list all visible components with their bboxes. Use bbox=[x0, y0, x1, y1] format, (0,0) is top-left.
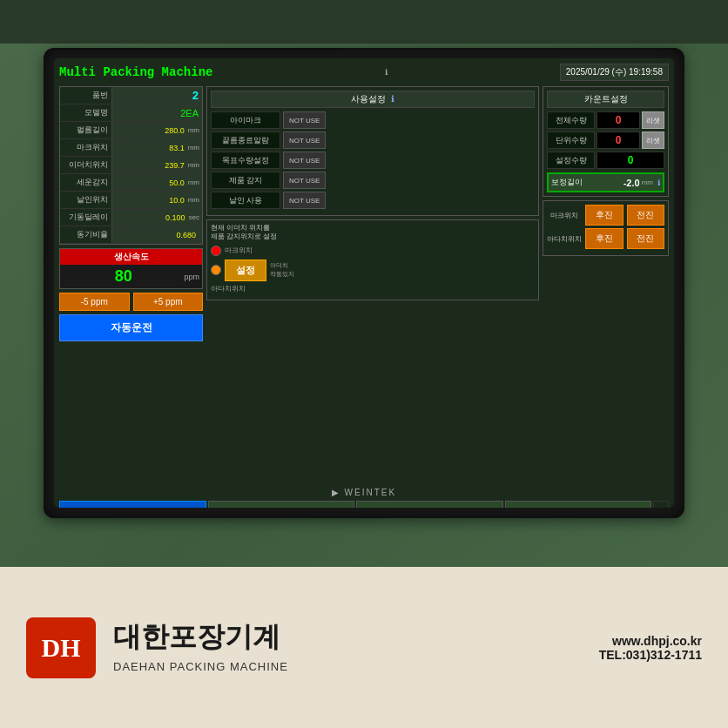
speed-label: 생산속도 bbox=[60, 249, 202, 265]
count-settings-title: 카운트설정 bbox=[547, 91, 664, 108]
model-label: 모델명 bbox=[60, 104, 112, 121]
brand-tel: TEL:031)312-1711 bbox=[599, 648, 702, 662]
unit-count-value: 0 bbox=[597, 131, 640, 149]
screen: Multi Packing Machine ℹ 2025/01/29 (수) 1… bbox=[54, 58, 674, 508]
total-count-reset-btn[interactable]: 리셋 bbox=[642, 111, 664, 129]
user-settings-title: 사용설정 ℹ bbox=[211, 91, 535, 108]
brand-text: 대한포장기계 DAEHAN PACKING MACHINE bbox=[113, 618, 582, 677]
middle-panel: 사용설정 ℹ 아이마크 NOT USE 끝름종료알람 NOT USE bbox=[206, 86, 539, 497]
correction-row: 보정길이 -2.0 mm ℹ bbox=[547, 172, 664, 192]
speed-value: 80 bbox=[63, 267, 184, 286]
film-length-row: 펄름길이 280.0 mm bbox=[60, 122, 202, 139]
target-qty-value[interactable]: NOT USE bbox=[283, 152, 326, 169]
sync-row: 동기비율 0.680 bbox=[60, 226, 202, 244]
plus-ppm-button[interactable]: +5 ppm bbox=[133, 293, 204, 311]
brand-korean: 대한포장기계 bbox=[113, 618, 582, 657]
control-info-text: 현재 이더치 위치를제품 감지위치로 설정 bbox=[211, 224, 535, 242]
product-num-label: 품번 bbox=[60, 87, 112, 104]
dh-logo: D H bbox=[26, 617, 96, 678]
product-num-row: 품번 2 bbox=[60, 87, 202, 104]
sync-value: 0.680 bbox=[112, 231, 199, 239]
mark-pos-row: 마크위치 83.1 mm bbox=[60, 139, 202, 157]
addr-back-button[interactable]: 후진 bbox=[585, 228, 624, 249]
tab-system[interactable]: 시스템 bbox=[356, 501, 503, 508]
addr-forward-button[interactable]: 전진 bbox=[627, 228, 665, 249]
logo-h: H bbox=[60, 633, 80, 663]
product-detect-value[interactable]: NOT USE bbox=[283, 172, 326, 189]
mark-sensor-label: 아더치작동있지 bbox=[270, 261, 294, 279]
setting-count-row: 설정수량 0 bbox=[547, 152, 664, 169]
brand-section: D H 대한포장기계 DAEHAN PACKING MACHINE www.dh… bbox=[0, 617, 728, 678]
speed-value-row: 80 ppm bbox=[60, 265, 202, 288]
count-section: 카운트설정 전체수량 0 리셋 단위수량 0 리셋 bbox=[543, 86, 669, 197]
mark-back-button[interactable]: 후진 bbox=[585, 205, 624, 226]
aimark-label: 아이마크 bbox=[211, 111, 280, 129]
setting-aimark: 아이마크 NOT USE bbox=[211, 111, 535, 129]
stamp-use-label: 날인 사용 bbox=[211, 192, 280, 209]
user-settings-section: 사용설정 ℹ 아이마크 NOT USE 끝름종료알람 NOT USE bbox=[206, 86, 539, 216]
ui-datetime: 2025/01/29 (수) 19:19:58 bbox=[560, 64, 669, 81]
setting-count-value: 0 bbox=[597, 152, 664, 169]
machine-panel: Multi Packing Machine ℹ 2025/01/29 (수) 1… bbox=[0, 0, 728, 728]
address-label-row: 아다치위치 bbox=[211, 284, 535, 293]
mark-pos-ctrl-label: 마크위치 bbox=[225, 246, 253, 255]
ui-content: Multi Packing Machine ℹ 2025/01/29 (수) 1… bbox=[54, 58, 674, 508]
product-detect-label: 제품 감지 bbox=[211, 172, 280, 189]
orange-indicator bbox=[211, 265, 221, 275]
setting-count-label: 설정수량 bbox=[547, 152, 595, 169]
mark-nav-label: 마크위치 bbox=[547, 211, 582, 220]
brand-english: DAEHAN PACKING MACHINE bbox=[113, 660, 582, 673]
mark-pos-unit: mm bbox=[188, 144, 202, 152]
model-row: 모델명 2EA bbox=[60, 104, 202, 122]
unit-count-reset-btn[interactable]: 리셋 bbox=[642, 131, 664, 149]
setting-stamp-use: 날인 사용 NOT USE bbox=[211, 192, 535, 209]
setting-film-alarm: 끝름종료알람 NOT USE bbox=[211, 131, 535, 149]
ui-title: Multi Packing Machine bbox=[59, 65, 212, 79]
aimark-value[interactable]: NOT USE bbox=[283, 111, 326, 129]
machine-bottom: D H 대한포장기계 DAEHAN PACKING MACHINE www.dh… bbox=[0, 567, 728, 728]
total-count-row: 전체수량 0 리셋 bbox=[547, 111, 664, 129]
stamp-value: 10.0 bbox=[112, 196, 188, 205]
film-length-unit: mm bbox=[188, 126, 202, 134]
correction-value: -2.0 bbox=[624, 178, 640, 188]
right-panel: 카운트설정 전체수량 0 리셋 단위수량 0 리셋 bbox=[543, 86, 669, 497]
top-bar bbox=[0, 0, 728, 44]
settings-main-button[interactable]: 설정 bbox=[225, 260, 266, 281]
addr-nav-label: 아다치위치 bbox=[547, 234, 582, 244]
control-row-2: 설정 아더치작동있지 bbox=[211, 260, 535, 281]
bottom-controls: 현재 이더치 위치를제품 감지위치로 설정 마크위치 설정 bbox=[206, 219, 539, 300]
seam-value: 50.0 bbox=[112, 179, 188, 187]
film-alarm-value[interactable]: NOT USE bbox=[283, 131, 326, 149]
addr-nav-row: 아다치위치 후진 전진 bbox=[547, 228, 664, 249]
weintek-logo: ▶ WEINTEK bbox=[332, 488, 396, 497]
unit-count-label: 단위수량 bbox=[547, 131, 595, 149]
model-value: 2EA bbox=[112, 108, 202, 118]
stamp-use-value[interactable]: NOT USE bbox=[283, 192, 326, 209]
auto-mode-button[interactable]: 자동운전 bbox=[59, 314, 203, 341]
speed-unit: ppm bbox=[184, 273, 199, 281]
total-count-label: 전체수량 bbox=[547, 111, 595, 129]
delay-unit: sec bbox=[189, 213, 202, 221]
logo-d: D bbox=[41, 633, 60, 663]
production-speed-section: 생산속도 80 ppm bbox=[59, 248, 203, 289]
product-num-value: 2 bbox=[112, 89, 202, 102]
tab-arrow[interactable]: ▶ bbox=[653, 501, 669, 508]
setting-target-qty: 목표수량설정 NOT USE bbox=[211, 152, 535, 169]
delay-label: 기동딜레이 bbox=[60, 209, 112, 226]
target-qty-label: 목표수량설정 bbox=[211, 152, 280, 169]
bottom-tabs: 자동운전 수동운전 시스템 원점복귀 ▶ bbox=[59, 501, 669, 508]
delay-value: 0.100 bbox=[112, 213, 189, 222]
ppm-buttons: -5 ppm +5 ppm bbox=[59, 293, 203, 311]
minus-ppm-button[interactable]: -5 ppm bbox=[59, 293, 130, 311]
ui-main: 품번 2 모델명 2EA 펄름길이 280.0 bbox=[59, 86, 669, 497]
brand-contact: www.dhpj.co.kr TEL:031)312-1711 bbox=[599, 634, 702, 662]
address-ctrl-label: 아다치위치 bbox=[211, 284, 535, 293]
sync-label: 동기비율 bbox=[60, 226, 112, 243]
mark-pos-value: 83.1 bbox=[112, 144, 188, 152]
screen-bezel: Multi Packing Machine ℹ 2025/01/29 (수) 1… bbox=[44, 48, 684, 518]
tab-auto-operation[interactable]: 자동운전 bbox=[59, 501, 206, 508]
tab-manual-operation[interactable]: 수동운전 bbox=[208, 501, 355, 508]
tab-home-return[interactable]: 원점복귀 bbox=[505, 501, 652, 508]
brand-website: www.dhpj.co.kr bbox=[599, 634, 702, 648]
mark-forward-button[interactable]: 전진 bbox=[627, 205, 665, 226]
